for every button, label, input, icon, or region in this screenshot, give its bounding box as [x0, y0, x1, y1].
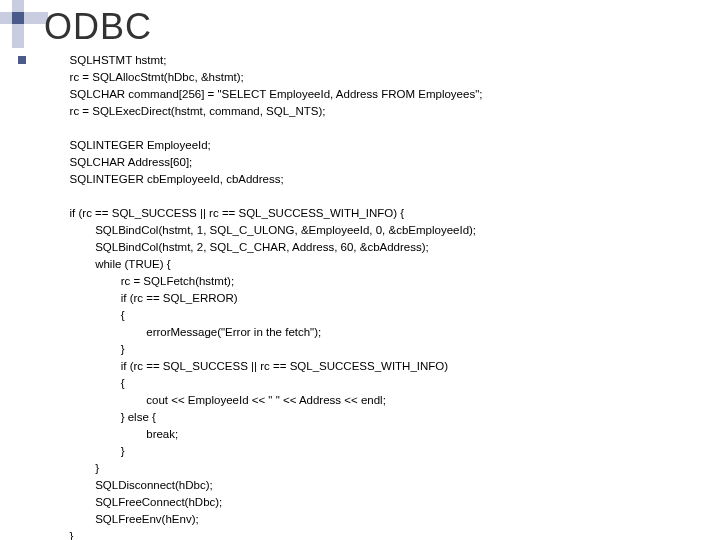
- bullet-square-icon: [18, 56, 26, 64]
- slide-title: ODBC: [44, 6, 152, 48]
- corner-decoration: [0, 0, 48, 48]
- code-block: SQLHSTMT hstmt; rc = SQLAllocStmt(hDbc, …: [44, 52, 482, 540]
